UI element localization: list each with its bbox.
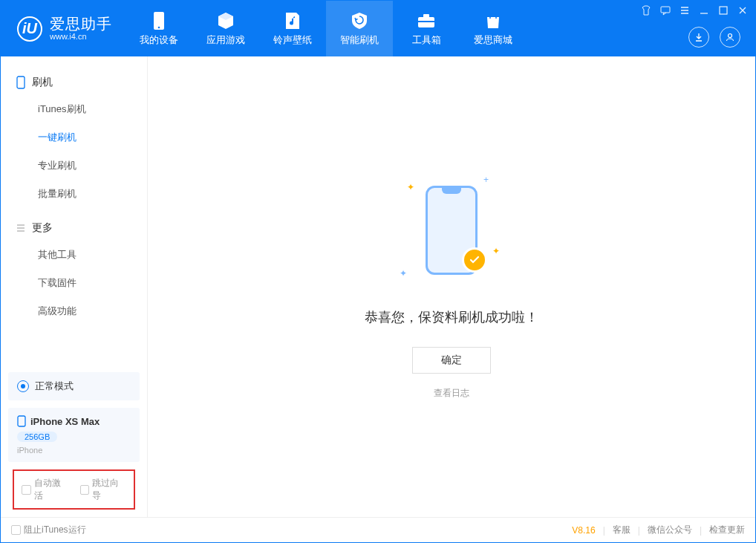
menu-icon[interactable] <box>680 5 690 16</box>
device-capacity: 256GB <box>17 432 57 442</box>
view-log-link[interactable]: 查看日志 <box>434 387 469 400</box>
separator: | <box>603 525 605 536</box>
device-icon <box>149 11 169 30</box>
nav-label: 铃声壁纸 <box>273 33 312 47</box>
list-icon <box>16 223 26 233</box>
device-name-row: iPhone XS Max <box>17 415 131 427</box>
svg-rect-3 <box>423 14 429 18</box>
status-dot-icon <box>17 380 29 392</box>
header: iU 爱思助手 www.i4.cn 我的设备 应用游戏 铃声壁纸 智能刷机 <box>1 1 755 56</box>
sidebar-item-advanced[interactable]: 高级功能 <box>1 297 147 325</box>
sidebar-item-batch-flash[interactable]: 批量刷机 <box>1 180 147 208</box>
check-update-link[interactable]: 检查更新 <box>709 524 745 536</box>
phone-small-icon <box>17 415 26 427</box>
phone-outline-icon <box>16 76 26 89</box>
nav-label: 爱思商城 <box>474 33 512 47</box>
logo-text: 爱思助手 www.i4.cn <box>50 16 112 41</box>
sparkle-icon: ✦ <box>407 182 414 192</box>
nav-tab-device[interactable]: 我的设备 <box>126 1 192 56</box>
toolbox-icon <box>417 11 436 30</box>
svg-point-7 <box>729 34 732 38</box>
logo-area: iU 爱思助手 www.i4.cn <box>1 1 126 56</box>
window-controls <box>641 5 748 16</box>
checkbox-box-icon <box>11 525 21 535</box>
checkbox-label: 阻止iTunes运行 <box>24 524 86 536</box>
nav-label: 应用游戏 <box>206 33 245 47</box>
body: 刷机 iTunes刷机 一键刷机 专业刷机 批量刷机 更多 其他工具 下载固件 … <box>1 56 755 517</box>
checkbox-box-icon <box>22 485 31 495</box>
sparkle-icon: ✦ <box>492 246 500 256</box>
svg-rect-6 <box>720 7 727 14</box>
check-badge-icon <box>462 247 487 273</box>
wechat-link[interactable]: 微信公众号 <box>648 524 692 536</box>
minimize-icon[interactable] <box>699 5 709 16</box>
device-card[interactable]: iPhone XS Max 256GB iPhone <box>8 408 140 462</box>
close-icon[interactable] <box>737 5 748 16</box>
shield-refresh-icon <box>350 11 369 30</box>
svg-point-1 <box>158 26 160 28</box>
device-mode-card[interactable]: 正常模式 <box>8 372 140 400</box>
music-file-icon <box>283 11 302 30</box>
app-subtitle: www.i4.cn <box>50 32 112 41</box>
feedback-icon[interactable] <box>660 5 671 16</box>
checkbox-label: 跳过向导 <box>92 477 126 502</box>
app-window: iU 爱思助手 www.i4.cn 我的设备 应用游戏 铃声壁纸 智能刷机 <box>0 0 756 543</box>
success-message: 恭喜您，保资料刷机成功啦！ <box>365 308 538 326</box>
footer: 阻止iTunes运行 V8.16 | 客服 | 微信公众号 | 检查更新 <box>1 517 755 542</box>
success-illustration: ✦ + ✦ ✦ <box>400 175 504 286</box>
nav-tab-apps[interactable]: 应用游戏 <box>192 1 259 56</box>
highlighted-checkbox-row: 自动激活 跳过向导 <box>13 469 135 510</box>
app-title: 爱思助手 <box>50 16 112 32</box>
sidebar-item-pro-flash[interactable]: 专业刷机 <box>1 152 147 180</box>
sidebar-section-more: 更多 <box>1 215 147 241</box>
download-icon[interactable] <box>688 27 709 48</box>
app-logo-icon: iU <box>17 16 42 42</box>
checkbox-label: 自动激活 <box>34 477 68 502</box>
checkbox-box-icon <box>80 485 90 495</box>
device-mode-label: 正常模式 <box>35 380 74 393</box>
nav-tab-ringtones[interactable]: 铃声壁纸 <box>259 1 326 56</box>
shirt-icon[interactable] <box>641 5 651 16</box>
checkbox-auto-activate[interactable]: 自动激活 <box>22 477 68 502</box>
nav-label: 智能刷机 <box>340 33 379 47</box>
svg-rect-9 <box>18 416 25 426</box>
header-right-icons <box>688 27 740 48</box>
cube-icon <box>216 11 235 30</box>
svg-rect-5 <box>661 7 670 13</box>
nav-tabs: 我的设备 应用游戏 铃声壁纸 智能刷机 工具箱 爱思商城 <box>126 1 527 56</box>
main-content: ✦ + ✦ ✦ 恭喜您，保资料刷机成功啦！ 确定 查看日志 <box>148 56 755 517</box>
section-label: 刷机 <box>32 76 53 89</box>
sidebar-item-other-tools[interactable]: 其他工具 <box>1 241 147 269</box>
sidebar: 刷机 iTunes刷机 一键刷机 专业刷机 批量刷机 更多 其他工具 下载固件 … <box>1 56 148 517</box>
support-link[interactable]: 客服 <box>613 524 630 536</box>
sidebar-item-oneclick-flash[interactable]: 一键刷机 <box>1 123 147 152</box>
nav-tab-flash[interactable]: 智能刷机 <box>326 1 393 56</box>
section-label: 更多 <box>32 221 53 235</box>
separator: | <box>638 525 640 536</box>
user-icon[interactable] <box>720 27 740 48</box>
nav-label: 工具箱 <box>412 33 441 47</box>
sidebar-item-download-firmware[interactable]: 下载固件 <box>1 269 147 297</box>
svg-rect-8 <box>17 77 25 88</box>
footer-right: V8.16 | 客服 | 微信公众号 | 检查更新 <box>572 524 745 536</box>
footer-left: 阻止iTunes运行 <box>11 524 86 536</box>
sidebar-item-itunes-flash[interactable]: iTunes刷机 <box>1 95 147 123</box>
device-type: iPhone <box>17 446 131 455</box>
sidebar-bottom: 正常模式 iPhone XS Max 256GB iPhone 自动激活 <box>1 365 147 517</box>
sidebar-section-flash: 刷机 <box>1 70 147 95</box>
separator: | <box>700 525 702 536</box>
nav-label: 我的设备 <box>140 33 178 47</box>
sparkle-icon: + <box>483 175 489 185</box>
checkbox-skip-guide[interactable]: 跳过向导 <box>80 477 127 502</box>
nav-tab-store[interactable]: 爱思商城 <box>460 1 527 56</box>
ok-button[interactable]: 确定 <box>412 347 491 374</box>
device-name: iPhone XS Max <box>30 416 100 427</box>
version-label: V8.16 <box>572 525 595 536</box>
svg-rect-4 <box>418 21 434 22</box>
maximize-icon[interactable] <box>718 5 729 16</box>
sparkle-icon: ✦ <box>400 268 407 279</box>
nav-tab-toolbox[interactable]: 工具箱 <box>393 1 460 56</box>
checkbox-block-itunes[interactable]: 阻止iTunes运行 <box>11 524 86 536</box>
bag-icon <box>483 11 503 30</box>
